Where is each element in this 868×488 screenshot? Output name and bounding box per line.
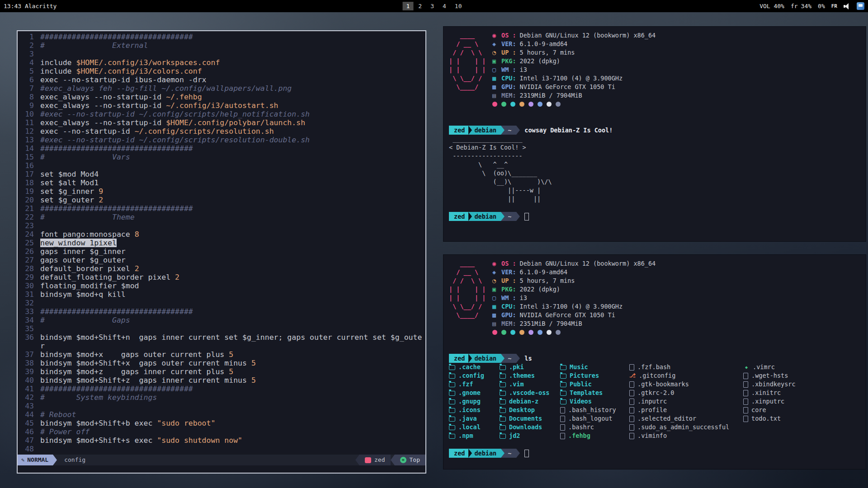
fetch-line-os: ◉OS :Debian GNU/Linux 12 (bookworm) x86_… bbox=[492, 31, 656, 40]
line-number: 20 bbox=[20, 196, 34, 204]
terminal-window-top[interactable]: ____ / __ \ / / \ \ | | | | | | | | \ \_… bbox=[443, 26, 866, 242]
os-icon: ◉ bbox=[492, 259, 501, 268]
workspace-button-2[interactable]: 2 bbox=[415, 2, 425, 10]
line-number: 7 bbox=[20, 84, 34, 93]
prompt-path: ~ bbox=[505, 212, 516, 221]
entry-name: .fzf bbox=[458, 380, 473, 389]
vim-buffer[interactable]: 1##################################2# Ex… bbox=[18, 31, 425, 455]
powerline-separator bbox=[468, 354, 472, 363]
entry-name: .gnupg bbox=[458, 397, 481, 406]
workspace-button-4[interactable]: 4 bbox=[439, 2, 450, 10]
prompt-path: ~ bbox=[505, 126, 516, 135]
prompt-row[interactable]: zed debian ~ bbox=[449, 212, 866, 221]
vim-line: 21################################## bbox=[20, 204, 424, 213]
line-text: r bbox=[40, 342, 45, 350]
line-text: exec --no-startup-id ~/.config/scripts/r… bbox=[40, 127, 274, 136]
vim-line: 2# External bbox=[20, 41, 424, 50]
terminal-color-dots bbox=[492, 328, 656, 337]
entry-name: .cache bbox=[458, 363, 481, 371]
vim-window[interactable]: 1##################################2# Ex… bbox=[17, 30, 426, 474]
clock-and-window-title: 13:43 Alacritty bbox=[4, 3, 57, 9]
ls-entry: .profile bbox=[629, 406, 743, 414]
line-number: 15 bbox=[20, 153, 34, 161]
vim-line: 28default_border pixel 2 bbox=[20, 264, 424, 273]
fetch-value: 6.1.0-9-amd64 bbox=[520, 40, 568, 48]
vim-line: 4include $HOME/.config/i3/workspaces.con… bbox=[20, 58, 424, 67]
line-text: ################################## bbox=[40, 144, 193, 153]
powerline-separator bbox=[468, 449, 472, 458]
vim-line: 30floating_modifier $mod bbox=[20, 282, 424, 290]
workspace-button-10[interactable]: 10 bbox=[451, 2, 466, 10]
folder-icon bbox=[449, 408, 455, 413]
vim-line: 40bindsym $mod+Shift+z gaps inner curren… bbox=[20, 376, 424, 385]
tray-icon[interactable] bbox=[857, 2, 864, 10]
prompt-path: ~ bbox=[505, 449, 516, 458]
line-text: include $HOME/.config/i3/workspaces.conf bbox=[40, 58, 220, 67]
speaker-icon[interactable] bbox=[844, 3, 850, 9]
workspace-button-1[interactable]: 1 bbox=[403, 2, 414, 10]
keyboard-layout-badge[interactable]: FR bbox=[831, 3, 837, 9]
line-text: # System keybindings bbox=[40, 393, 157, 402]
folder-icon bbox=[500, 365, 506, 370]
ls-entry: jd2 bbox=[500, 432, 560, 440]
line-text: include $HOME/.config/i3/colors.conf bbox=[40, 67, 202, 75]
typed-command: cowsay Debian-Z Is Cool! bbox=[524, 126, 613, 135]
vim-command-line[interactable] bbox=[18, 465, 425, 473]
file-icon bbox=[743, 399, 748, 405]
color-dot bbox=[528, 330, 533, 335]
line-number: 21 bbox=[20, 204, 34, 213]
ls-entry: .pki bbox=[500, 363, 560, 371]
fetch-value: 2022 (dpkg) bbox=[520, 57, 560, 66]
entry-name: .gnome bbox=[458, 389, 481, 397]
fetch-label: UP : bbox=[501, 277, 516, 285]
file-icon bbox=[629, 433, 634, 439]
entry-name: .sudo_as_admin_successful bbox=[637, 423, 729, 432]
terminal-cursor bbox=[524, 450, 529, 457]
gpu-icon: ▩ bbox=[492, 311, 501, 319]
powerline-separator bbox=[53, 455, 57, 465]
powerline-separator bbox=[501, 126, 505, 135]
fetch-block: ____ / __ \ / / \ \ | | | | | | | | \ \_… bbox=[449, 31, 866, 108]
line-number: 18 bbox=[20, 178, 34, 187]
zed-icon bbox=[365, 457, 371, 463]
line-text: #exec_always feh --bg-fill ~/.config/wal… bbox=[40, 84, 292, 93]
entry-name: .java bbox=[458, 414, 477, 423]
line-number: 23 bbox=[20, 221, 34, 230]
line-text: # Theme bbox=[40, 213, 135, 221]
terminal-window-bottom[interactable]: ____ / __ \ / / \ \ | | | | | | | | \ \_… bbox=[443, 254, 866, 469]
fetch-value: NVIDIA GeForce GTX 1050 Ti bbox=[520, 83, 615, 91]
line-number: 34 bbox=[20, 316, 34, 324]
ls-entry: .vim bbox=[500, 380, 560, 389]
color-dot bbox=[501, 102, 506, 107]
ls-entry: Desktop bbox=[500, 406, 560, 414]
vim-line: 26gaps inner $g_inner bbox=[20, 247, 424, 256]
ls-entry: Music bbox=[560, 363, 629, 371]
folder-icon bbox=[560, 365, 566, 370]
ls-entry: core bbox=[743, 406, 796, 414]
color-dot bbox=[556, 102, 561, 107]
prompt-row[interactable]: zed debian ~ bbox=[449, 449, 866, 458]
distro-ascii-logo: ____ / __ \ / / \ \ | | | | | | | | \ \_… bbox=[449, 259, 492, 337]
volume-indicator[interactable]: VOL 40% bbox=[760, 3, 784, 9]
line-text: bindsym $mod+Shift+n gaps inner current … bbox=[40, 333, 422, 342]
entry-name: Downloads bbox=[509, 423, 542, 432]
prompt-user: zed bbox=[449, 212, 468, 221]
ls-entry: .bashrc bbox=[560, 423, 629, 432]
powerline-separator bbox=[516, 354, 520, 363]
ls-entry: ⎇.gitconfig bbox=[629, 371, 743, 380]
entry-name: .xbindkeysrc bbox=[751, 380, 796, 389]
vim-line: 18set $alt Mod1 bbox=[20, 178, 424, 187]
line-number: 19 bbox=[20, 187, 34, 196]
fetch-line-wm: ▢WM :i3 bbox=[492, 294, 656, 302]
entry-name: .gtkrc-2.0 bbox=[637, 389, 674, 397]
folder-icon bbox=[500, 374, 506, 379]
fetch-value: Debian GNU/Linux 12 (bookworm) x86_64 bbox=[520, 31, 656, 40]
folder-icon bbox=[449, 434, 455, 439]
vim-line: 27gaps outer $g_outer bbox=[20, 256, 424, 264]
fetch-line-cpu: ▦CPU:Intel i3-7100 (4) @ 3.900GHz bbox=[492, 302, 656, 311]
workspace-list: 123410 bbox=[403, 2, 466, 10]
prompt-row: zed debian ~ ls bbox=[449, 354, 866, 363]
workspace-button-3[interactable]: 3 bbox=[427, 2, 438, 10]
color-dot bbox=[528, 102, 533, 107]
entry-name: jd2 bbox=[509, 432, 520, 440]
